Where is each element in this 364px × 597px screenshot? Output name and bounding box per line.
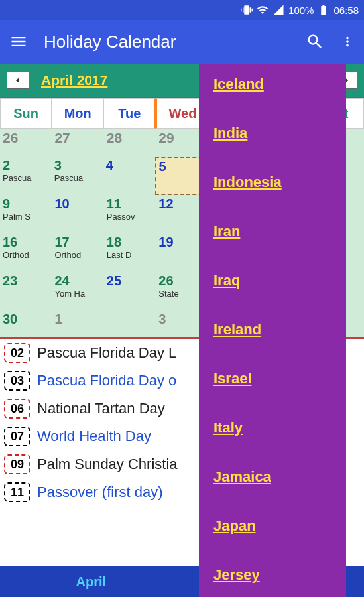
day-cell[interactable]: 25 — [104, 272, 156, 310]
tab-month[interactable]: April — [0, 574, 182, 590]
country-option[interactable]: Italy — [213, 419, 332, 436]
day-cell[interactable]: 11Passov — [104, 195, 156, 233]
country-option[interactable]: Jersey — [213, 566, 332, 584]
event-date-badge: 09 — [4, 454, 30, 474]
app-bar: Holiday Calendar — [0, 20, 364, 64]
day-cell[interactable]: 9Palm S — [0, 195, 52, 233]
day-cell[interactable]: 3Pascua — [52, 157, 103, 195]
country-dropdown[interactable]: IcelandIndiaIndonesiaIranIraqIrelandIsra… — [199, 64, 346, 597]
event-title: Palm Sunday Christia — [37, 456, 178, 473]
country-option[interactable]: Indonesia — [213, 174, 332, 191]
event-title: Pascua Florida Day L — [37, 344, 176, 362]
country-option[interactable]: Iceland — [213, 76, 332, 93]
event-date-badge: 06 — [4, 399, 30, 419]
country-option[interactable]: Jamaica — [213, 468, 332, 486]
day-cell[interactable]: 10 — [52, 195, 103, 233]
day-cell[interactable]: 16Orthod — [0, 233, 52, 272]
event-title: Passover (first day) — [37, 484, 163, 501]
event-title: World Health Day — [37, 428, 151, 445]
weekday-sun: Sun — [0, 98, 52, 129]
battery-pct: 100% — [288, 5, 314, 16]
day-cell[interactable]: 17Orthod — [52, 233, 103, 272]
day-cell[interactable]: 23 — [0, 272, 52, 310]
day-cell[interactable] — [104, 310, 156, 337]
country-option[interactable]: Iraq — [213, 272, 332, 289]
status-bar: 100% 06:58 — [0, 0, 364, 20]
day-cell[interactable]: 18Last D — [104, 233, 156, 272]
prev-month-button[interactable] — [7, 72, 29, 89]
menu-icon[interactable] — [9, 33, 28, 51]
event-date-badge: 02 — [4, 343, 30, 363]
event-date-badge: 11 — [4, 482, 30, 502]
search-icon[interactable] — [306, 33, 324, 51]
event-title: National Tartan Day — [37, 400, 165, 417]
wifi-icon — [257, 4, 269, 16]
day-cell[interactable]: 24Yom Ha — [52, 272, 103, 310]
country-option[interactable]: Japan — [213, 517, 332, 535]
app-title: Holiday Calendar — [44, 32, 290, 52]
event-date-badge: 07 — [4, 427, 30, 446]
day-cell[interactable]: 30 — [0, 310, 52, 337]
day-cell[interactable]: 27 — [52, 129, 103, 157]
country-option[interactable]: India — [213, 125, 332, 142]
signal-icon — [273, 4, 284, 16]
day-cell[interactable]: 26 — [0, 129, 52, 157]
event-date-badge: 03 — [4, 371, 30, 391]
country-option[interactable]: Israel — [213, 370, 332, 387]
country-option[interactable]: Ireland — [213, 321, 332, 338]
more-icon[interactable] — [340, 33, 355, 51]
weekday-tue: Tue — [103, 98, 156, 129]
day-cell[interactable]: 2Pascua — [0, 157, 52, 195]
event-title: Pascua Florida Day o — [37, 372, 176, 389]
country-option[interactable]: Iran — [213, 223, 332, 240]
day-cell[interactable]: 1 — [52, 310, 103, 337]
clock: 06:58 — [334, 5, 359, 16]
day-cell[interactable]: 28 — [104, 129, 156, 157]
weekday-mon: Mon — [52, 98, 103, 129]
day-cell[interactable]: 4 — [103, 157, 155, 195]
vibrate-icon — [241, 4, 253, 16]
battery-icon — [318, 4, 330, 16]
